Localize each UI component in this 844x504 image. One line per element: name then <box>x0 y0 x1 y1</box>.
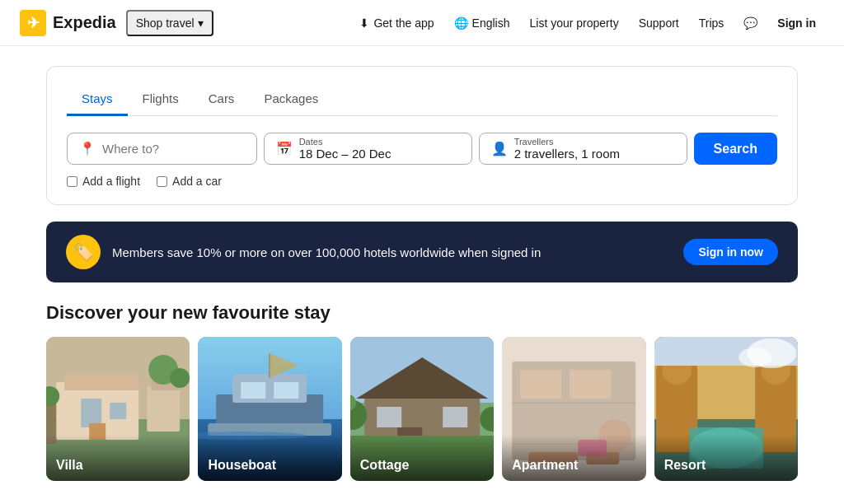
svg-rect-40 <box>570 370 611 399</box>
travellers-value: 2 travellers, 1 room <box>514 147 620 161</box>
property-grid: Villa <box>46 337 798 481</box>
where-to-input-wrap[interactable]: 📍 <box>67 133 257 165</box>
svg-rect-39 <box>520 370 561 399</box>
banner-left: 🏷️ Members save 10% or more on over 100,… <box>66 235 541 269</box>
svg-rect-3 <box>64 374 138 390</box>
tab-flights[interactable]: Flights <box>128 83 194 116</box>
tab-stays[interactable]: Stays <box>67 83 128 116</box>
support-label: Support <box>639 16 679 30</box>
svg-rect-19 <box>274 382 299 399</box>
header-nav: ⬇ Get the app 🌐 English List your proper… <box>351 12 824 35</box>
search-tabs: Stays Flights Cars Packages <box>67 83 777 116</box>
svg-rect-29 <box>443 407 467 427</box>
calendar-icon: 📅 <box>276 141 293 156</box>
sign-in-button[interactable]: Sign in <box>769 12 824 35</box>
chevron-down-icon: ▾ <box>198 16 204 30</box>
members-banner: 🏷️ Members save 10% or more on over 100,… <box>46 222 798 282</box>
property-label-resort: Resort <box>654 435 798 481</box>
add-car-label: Add a car <box>172 175 222 188</box>
svg-point-10 <box>170 368 190 388</box>
get-app-label: Get the app <box>373 16 434 30</box>
trips-label: Trips <box>699 16 724 30</box>
dates-picker[interactable]: 📅 Dates 18 Dec – 20 Dec <box>264 133 472 165</box>
svg-rect-4 <box>81 399 101 427</box>
globe-icon: 🌐 <box>454 16 468 30</box>
search-row: 📍 📅 Dates 18 Dec – 20 Dec 👤 Travellers 2… <box>67 133 777 165</box>
search-card: Stays Flights Cars Packages 📍 📅 Dates <box>46 66 798 205</box>
property-card-cottage[interactable]: Cottage <box>350 337 494 481</box>
banner-sign-in-button[interactable]: Sign in now <box>683 239 778 265</box>
svg-rect-28 <box>377 407 401 427</box>
svg-rect-5 <box>110 403 126 419</box>
trips-button[interactable]: Trips <box>691 12 733 35</box>
list-property-label: List your property <box>530 16 619 30</box>
svg-point-58 <box>738 348 771 367</box>
property-card-resort[interactable]: Resort <box>654 337 798 481</box>
expedia-logo-icon: ✈ <box>20 10 46 36</box>
add-car-checkbox[interactable]: Add a car <box>157 175 222 188</box>
list-property-button[interactable]: List your property <box>522 12 627 35</box>
support-button[interactable]: Support <box>631 12 687 35</box>
get-app-button[interactable]: ⬇ Get the app <box>351 12 442 35</box>
site-header: ✈ Expedia Shop travel ▾ ⬇ Get the app 🌐 … <box>0 0 844 46</box>
add-flight-label: Add a flight <box>82 175 140 188</box>
tab-cars[interactable]: Cars <box>194 83 250 116</box>
property-label-cottage: Cottage <box>350 435 494 481</box>
property-label-houseboat: Houseboat <box>198 435 341 481</box>
travellers-label: Travellers <box>514 137 620 147</box>
main-content: Stays Flights Cars Packages 📍 📅 Dates <box>26 46 818 501</box>
discover-title: Discover your new favourite stay <box>46 302 798 324</box>
where-to-input[interactable] <box>102 142 245 156</box>
person-icon: 👤 <box>491 141 508 156</box>
add-flight-checkbox[interactable]: Add a flight <box>67 175 140 188</box>
banner-tag-icon: 🏷️ <box>66 235 101 269</box>
svg-rect-7 <box>147 386 180 432</box>
logo-link[interactable]: ✈ Expedia <box>20 10 116 36</box>
property-card-villa[interactable]: Villa <box>46 337 190 481</box>
chat-icon: 💬 <box>743 16 757 30</box>
language-label: English <box>472 16 510 30</box>
search-button[interactable]: Search <box>694 133 777 165</box>
logo-text: Expedia <box>53 13 116 32</box>
shop-travel-button[interactable]: Shop travel ▾ <box>126 10 213 36</box>
travellers-picker[interactable]: 👤 Travellers 2 travellers, 1 room <box>479 133 687 165</box>
shop-travel-label: Shop travel <box>136 16 195 30</box>
download-icon: ⬇ <box>359 16 369 30</box>
dates-value: 18 Dec – 20 Dec <box>299 147 392 161</box>
tab-packages[interactable]: Packages <box>249 83 333 116</box>
language-button[interactable]: 🌐 English <box>446 12 518 35</box>
svg-rect-18 <box>241 382 266 399</box>
dates-label: Dates <box>299 137 392 147</box>
property-label-apartment: Apartment <box>502 435 645 481</box>
chat-button[interactable]: 💬 <box>735 12 766 35</box>
sign-in-label: Sign in <box>777 16 816 30</box>
extra-options: Add a flight Add a car <box>67 175 777 188</box>
add-car-input[interactable] <box>157 176 167 187</box>
add-flight-input[interactable] <box>67 176 77 187</box>
location-pin-icon: 📍 <box>79 141 96 156</box>
property-card-apartment[interactable]: Apartment <box>502 337 645 481</box>
banner-text: Members save 10% or more on over 100,000… <box>112 245 541 259</box>
property-card-houseboat[interactable]: Houseboat <box>198 337 341 481</box>
property-label-villa: Villa <box>46 435 190 481</box>
